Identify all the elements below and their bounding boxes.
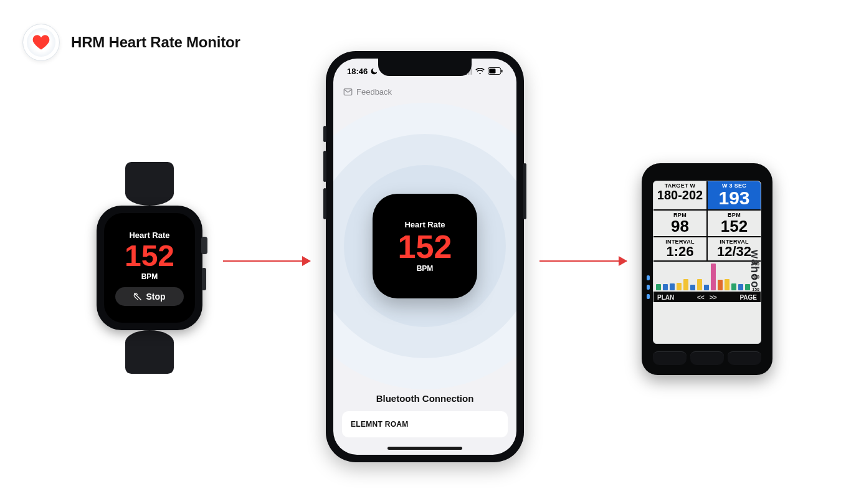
phone-side-button[interactable] <box>523 163 526 219</box>
wahoo-chart-bar <box>656 284 661 290</box>
wahoo-chart-bar <box>738 284 743 290</box>
wahoo-bike-computer: wahoo TARGET W 180-202 W 3 SEC 193 RPM 9… <box>642 163 772 375</box>
phone-hr-value: 152 <box>398 231 452 263</box>
wahoo-button-right[interactable] <box>728 351 761 365</box>
wahoo-screen: TARGET W 180-202 W 3 SEC 193 RPM 98 BPM … <box>653 181 761 344</box>
wahoo-chart-bar <box>704 285 709 290</box>
phone-volume-down[interactable] <box>323 188 326 219</box>
bluetooth-section: Bluetooth Connection ELEMNT ROAM <box>342 393 508 455</box>
status-time: 18:46 <box>347 67 368 76</box>
wahoo-led-1 <box>647 275 650 280</box>
moon-icon <box>370 67 378 75</box>
watch-hr-label: Heart Rate <box>129 231 169 240</box>
wahoo-chart-bar <box>690 285 695 290</box>
wahoo-chart-bar <box>725 279 730 290</box>
feedback-label: Feedback <box>356 87 392 97</box>
heart-off-icon <box>133 292 142 301</box>
watch-crown[interactable] <box>201 237 207 254</box>
wahoo-power-chart: 750 300 150 <box>654 262 761 293</box>
phone-hr-label: Heart Rate <box>404 220 445 229</box>
wahoo-chart-bar <box>683 279 688 290</box>
wahoo-chart-gridlabels: 750 300 150 <box>752 262 759 292</box>
flow-arrow-phone-to-bikecomputer <box>539 260 627 262</box>
wahoo-chart-bar <box>718 280 723 290</box>
wahoo-field-w3sec: W 3 SEC 193 <box>708 181 761 209</box>
phone-notch <box>378 59 472 76</box>
wahoo-chart-bar <box>745 284 750 290</box>
wahoo-led-3 <box>647 294 650 299</box>
watch-case: Heart Rate 152 BPM Stop <box>97 206 202 330</box>
wahoo-field-target-w: TARGET W 180-202 <box>654 181 708 209</box>
svg-rect-5 <box>489 69 495 73</box>
envelope-icon <box>343 87 353 97</box>
phone-volume-up[interactable] <box>323 151 326 182</box>
wahoo-button-center[interactable] <box>690 351 724 365</box>
app-title: HRM Heart Rate Monitor <box>71 34 240 51</box>
watch-stop-button[interactable]: Stop <box>115 287 184 306</box>
wahoo-buttons <box>653 351 761 365</box>
wahoo-button-left[interactable] <box>653 351 687 365</box>
watch-strap-bottom <box>125 330 174 374</box>
wahoo-chart-bar <box>677 283 682 290</box>
phone-app-content: Feedback Heart Rate 152 BPM Bluetooth Co… <box>333 83 516 455</box>
wahoo-field-interval-time: INTERVAL 1:26 <box>654 237 708 260</box>
bluetooth-title: Bluetooth Connection <box>342 393 508 404</box>
bluetooth-device-row[interactable]: ELEMNT ROAM <box>342 411 508 437</box>
watch-hr-unit: BPM <box>141 272 158 281</box>
wahoo-chart-bar <box>697 279 702 290</box>
wifi-icon <box>475 68 485 75</box>
phone-hr-unit: BPM <box>417 264 434 273</box>
battery-icon <box>488 67 503 75</box>
wahoo-chart-bar <box>711 264 716 290</box>
phone-silence-switch[interactable] <box>323 126 326 142</box>
pulse-area: Heart Rate 152 BPM <box>342 99 508 393</box>
watch-hr-value: 152 <box>125 241 174 271</box>
wahoo-footer-prev[interactable]: << <box>697 294 705 301</box>
wahoo-footer-page[interactable]: PAGE <box>739 294 757 301</box>
home-indicator[interactable] <box>387 447 462 450</box>
wahoo-chart-bar <box>731 283 736 290</box>
apple-watch: Heart Rate 152 BPM Stop <box>87 162 212 374</box>
phone-screen: 18:46 <box>333 59 516 455</box>
wahoo-footer-plan[interactable]: PLAN <box>657 294 674 301</box>
watch-stop-label: Stop <box>146 292 165 302</box>
watch-side-button[interactable] <box>202 268 206 290</box>
iphone: 18:46 <box>326 51 524 462</box>
wahoo-chart-bar <box>670 283 675 290</box>
wahoo-field-rpm: RPM 98 <box>654 211 708 236</box>
wahoo-chart-bar <box>663 284 668 290</box>
svg-rect-6 <box>501 70 503 73</box>
watch-screen: Heart Rate 152 BPM Stop <box>104 213 195 323</box>
wahoo-led-2 <box>647 285 650 290</box>
wahoo-field-bpm: BPM 152 <box>708 211 761 236</box>
app-header: HRM Heart Rate Monitor <box>22 24 240 61</box>
heart-rate-card: Heart Rate 152 BPM <box>373 194 477 298</box>
wahoo-footer: PLAN << >> PAGE <box>654 293 761 302</box>
heart-icon <box>32 34 50 50</box>
flow-arrow-watch-to-phone <box>223 260 310 262</box>
wahoo-footer-next[interactable]: >> <box>710 294 717 301</box>
bluetooth-device-name: ELEMNT ROAM <box>351 420 409 429</box>
feedback-link[interactable]: Feedback <box>342 83 508 99</box>
watch-strap-top <box>125 162 174 206</box>
app-icon <box>22 24 60 61</box>
